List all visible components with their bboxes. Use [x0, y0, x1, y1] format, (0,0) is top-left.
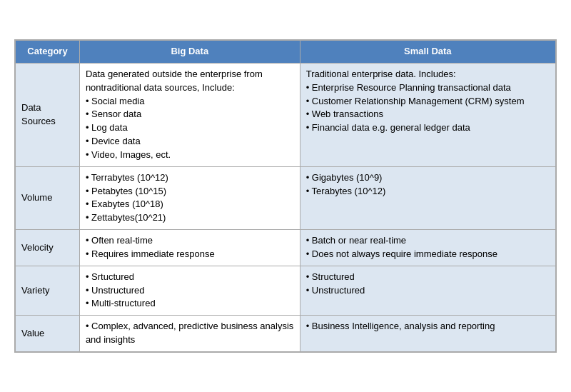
big-data-cell: Data generated outside the enterprise fr… [79, 63, 300, 166]
category-cell: Value [16, 316, 80, 352]
header-big-data: Big Data [79, 40, 300, 63]
small-data-cell: • Structured • Unstructured [300, 266, 555, 316]
table-row: Volume• Terrabytes (10^12) • Petabytes (… [16, 166, 556, 229]
small-data-cell: • Batch or near real-time • Does not alw… [300, 230, 555, 266]
big-data-cell: • Srtuctured • Unstructured • Multi-stru… [79, 266, 300, 316]
table-row: Data SourcesData generated outside the e… [16, 63, 556, 166]
comparison-table: Category Big Data Small Data Data Source… [14, 39, 557, 353]
category-cell: Data Sources [16, 63, 80, 166]
category-cell: Velocity [16, 230, 80, 266]
category-cell: Volume [16, 166, 80, 229]
table-row: Velocity• Often real-time • Requires imm… [16, 230, 556, 266]
small-data-cell: Traditional enterprise data. Includes: •… [300, 63, 555, 166]
table-row: Variety• Srtuctured • Unstructured • Mul… [16, 266, 556, 316]
small-data-cell: • Business Intelligence, analysis and re… [300, 316, 555, 352]
big-data-cell: • Terrabytes (10^12) • Petabytes (10^15)… [79, 166, 300, 229]
header-category: Category [16, 40, 80, 63]
big-data-cell: • Complex, advanced, predictive business… [79, 316, 300, 352]
header-small-data: Small Data [300, 40, 555, 63]
table-row: Value• Complex, advanced, predictive bus… [16, 316, 556, 352]
category-cell: Variety [16, 266, 80, 316]
big-data-cell: • Often real-time • Requires immediate r… [79, 230, 300, 266]
small-data-cell: • Gigabytes (10^9) • Terabytes (10^12) [300, 166, 555, 229]
